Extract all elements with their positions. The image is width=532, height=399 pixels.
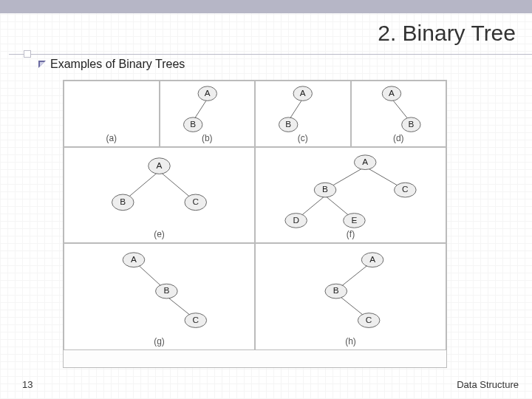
caption-b: (b) [202, 133, 213, 143]
svg-line-6 [391, 98, 409, 120]
subtitle: Examples of Binary Trees [50, 58, 185, 71]
node-d-child: B [408, 119, 414, 129]
caption-h: (h) [345, 336, 356, 347]
slide-title: 2. Binary Tree [378, 21, 516, 46]
node-g-1: A [131, 254, 137, 265]
node-f-leftleft: D [293, 215, 299, 225]
figure-frame: (a) A B (b) A B (c) [63, 80, 447, 368]
footer-label: Data Structure [457, 379, 519, 390]
title-rule [9, 54, 532, 55]
page-number: 13 [22, 379, 33, 390]
node-e-root: A [157, 160, 163, 171]
svg-line-28 [340, 265, 369, 288]
node-c-child: B [285, 119, 291, 129]
figure-grid: (a) A B (b) A B (c) [64, 81, 446, 367]
panel-e: A B C (e) [64, 147, 255, 243]
panel-f: A B C D E (f) [255, 147, 446, 243]
panel-b: A B (b) [160, 81, 256, 147]
svg-line-23 [137, 265, 163, 288]
svg-line-10 [160, 171, 192, 199]
node-d-root: A [389, 88, 395, 98]
node-h-2: B [333, 285, 339, 296]
svg-line-29 [340, 296, 366, 317]
bullet-row: Examples of Binary Trees [38, 58, 185, 71]
top-bar [0, 0, 532, 13]
node-f-leftright: E [351, 215, 357, 225]
node-f-left: B [322, 184, 328, 194]
caption-g: (g) [154, 336, 165, 347]
svg-line-17 [325, 196, 350, 217]
node-g-3: C [193, 315, 200, 325]
panel-c: A B (c) [255, 81, 351, 147]
node-f-right: C [402, 184, 409, 194]
node-h-1: A [369, 254, 375, 265]
caption-d: (d) [393, 133, 404, 143]
node-f-root: A [362, 157, 368, 167]
svg-line-15 [365, 167, 401, 188]
panel-h: A B C (h) [255, 243, 446, 350]
panel-d: A B (d) [351, 81, 447, 147]
svg-line-14 [329, 167, 365, 188]
svg-line-9 [126, 171, 159, 199]
node-g-2: B [163, 285, 169, 296]
caption-f: (f) [347, 229, 355, 239]
node-b-root: A [204, 88, 210, 98]
caption-e: (e) [154, 229, 165, 239]
title-rule-box [24, 50, 31, 58]
caption-c: (c) [298, 133, 308, 143]
node-e-right: C [192, 197, 199, 207]
node-b-child: B [190, 119, 196, 129]
panel-g: A B C (g) [64, 243, 255, 350]
panel-a: (a) [64, 81, 160, 147]
svg-line-24 [166, 296, 192, 317]
node-h-3: C [366, 315, 372, 325]
bullet-icon [38, 61, 46, 68]
node-c-root: A [300, 88, 306, 98]
caption-a: (a) [106, 133, 117, 143]
svg-line-16 [300, 196, 325, 217]
node-e-left: B [120, 197, 126, 207]
